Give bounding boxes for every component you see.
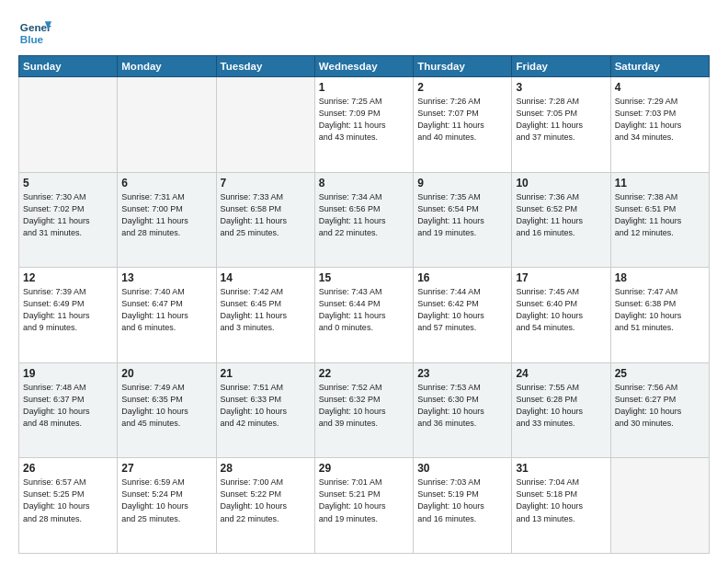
day-info: Sunrise: 7:48 AM Sunset: 6:37 PM Dayligh…	[23, 382, 113, 430]
calendar-cell: 29Sunrise: 7:01 AM Sunset: 5:21 PM Dayli…	[314, 458, 413, 554]
day-number: 30	[417, 462, 507, 475]
page: General Blue SundayMondayTuesdayWednesda…	[0, 0, 728, 563]
calendar-cell: 13Sunrise: 7:40 AM Sunset: 6:47 PM Dayli…	[118, 268, 216, 363]
day-info: Sunrise: 7:49 AM Sunset: 6:35 PM Dayligh…	[121, 382, 211, 430]
day-info: Sunrise: 7:53 AM Sunset: 6:30 PM Dayligh…	[417, 382, 507, 430]
calendar-cell: 15Sunrise: 7:43 AM Sunset: 6:44 PM Dayli…	[314, 268, 413, 363]
day-info: Sunrise: 7:29 AM Sunset: 7:03 PM Dayligh…	[615, 96, 705, 144]
weekday-header-sunday: Sunday	[19, 56, 118, 77]
day-number: 15	[319, 271, 409, 284]
day-number: 3	[516, 81, 606, 94]
day-number: 7	[221, 177, 311, 190]
weekday-header-row: SundayMondayTuesdayWednesdayThursdayFrid…	[19, 56, 710, 77]
calendar-cell	[118, 77, 216, 173]
day-info: Sunrise: 7:31 AM Sunset: 7:00 PM Dayligh…	[121, 191, 211, 239]
day-number: 10	[516, 177, 606, 190]
day-number: 18	[615, 271, 705, 284]
day-number: 9	[417, 177, 507, 190]
calendar-cell: 8Sunrise: 7:34 AM Sunset: 6:56 PM Daylig…	[314, 172, 413, 268]
day-info: Sunrise: 7:03 AM Sunset: 5:19 PM Dayligh…	[417, 477, 507, 524]
logo-icon: General Blue	[18, 15, 51, 48]
day-number: 22	[319, 367, 409, 380]
calendar-cell: 2Sunrise: 7:26 AM Sunset: 7:07 PM Daylig…	[414, 77, 512, 173]
weekday-header-thursday: Thursday	[414, 56, 512, 77]
calendar-cell: 25Sunrise: 7:56 AM Sunset: 6:27 PM Dayli…	[610, 362, 709, 458]
calendar-cell: 10Sunrise: 7:36 AM Sunset: 6:52 PM Dayli…	[512, 172, 610, 268]
day-info: Sunrise: 7:34 AM Sunset: 6:56 PM Dayligh…	[319, 191, 409, 239]
day-number: 23	[417, 367, 507, 380]
weekday-header-wednesday: Wednesday	[314, 56, 413, 77]
day-number: 6	[121, 177, 211, 190]
day-info: Sunrise: 7:55 AM Sunset: 6:28 PM Dayligh…	[516, 382, 606, 430]
weekday-header-friday: Friday	[512, 56, 610, 77]
calendar-cell: 1Sunrise: 7:25 AM Sunset: 7:09 PM Daylig…	[314, 77, 413, 173]
calendar-week-row: 19Sunrise: 7:48 AM Sunset: 6:37 PM Dayli…	[19, 362, 710, 458]
calendar-cell: 18Sunrise: 7:47 AM Sunset: 6:38 PM Dayli…	[610, 268, 709, 363]
day-number: 13	[121, 271, 211, 284]
calendar-cell: 20Sunrise: 7:49 AM Sunset: 6:35 PM Dayli…	[118, 362, 216, 458]
calendar-cell: 26Sunrise: 6:57 AM Sunset: 5:25 PM Dayli…	[19, 458, 118, 554]
day-number: 5	[23, 177, 113, 190]
day-number: 4	[615, 81, 705, 94]
calendar-cell: 12Sunrise: 7:39 AM Sunset: 6:49 PM Dayli…	[19, 268, 118, 363]
calendar-cell: 4Sunrise: 7:29 AM Sunset: 7:03 PM Daylig…	[610, 77, 709, 173]
day-number: 2	[417, 81, 507, 94]
day-info: Sunrise: 7:51 AM Sunset: 6:33 PM Dayligh…	[221, 382, 311, 430]
day-number: 24	[516, 367, 606, 380]
calendar-cell: 19Sunrise: 7:48 AM Sunset: 6:37 PM Dayli…	[19, 362, 118, 458]
header: General Blue	[18, 15, 710, 48]
calendar-cell: 5Sunrise: 7:30 AM Sunset: 7:02 PM Daylig…	[19, 172, 118, 268]
calendar-cell: 22Sunrise: 7:52 AM Sunset: 6:32 PM Dayli…	[314, 362, 413, 458]
day-number: 25	[615, 367, 705, 380]
calendar-cell: 27Sunrise: 6:59 AM Sunset: 5:24 PM Dayli…	[118, 458, 216, 554]
calendar-table: SundayMondayTuesdayWednesdayThursdayFrid…	[18, 55, 710, 554]
calendar-cell: 14Sunrise: 7:42 AM Sunset: 6:45 PM Dayli…	[216, 268, 314, 363]
calendar-cell: 24Sunrise: 7:55 AM Sunset: 6:28 PM Dayli…	[512, 362, 610, 458]
weekday-header-saturday: Saturday	[610, 56, 709, 77]
calendar-week-row: 1Sunrise: 7:25 AM Sunset: 7:09 PM Daylig…	[19, 77, 710, 173]
day-info: Sunrise: 7:40 AM Sunset: 6:47 PM Dayligh…	[121, 286, 211, 334]
day-info: Sunrise: 7:35 AM Sunset: 6:54 PM Dayligh…	[417, 191, 507, 239]
calendar-cell: 23Sunrise: 7:53 AM Sunset: 6:30 PM Dayli…	[414, 362, 512, 458]
day-info: Sunrise: 7:44 AM Sunset: 6:42 PM Dayligh…	[417, 286, 507, 334]
day-info: Sunrise: 7:26 AM Sunset: 7:07 PM Dayligh…	[417, 96, 507, 144]
day-number: 17	[516, 271, 606, 284]
day-info: Sunrise: 6:57 AM Sunset: 5:25 PM Dayligh…	[23, 477, 113, 524]
day-info: Sunrise: 7:01 AM Sunset: 5:21 PM Dayligh…	[319, 477, 409, 524]
day-number: 26	[23, 462, 113, 475]
calendar-cell: 9Sunrise: 7:35 AM Sunset: 6:54 PM Daylig…	[414, 172, 512, 268]
calendar-cell	[19, 77, 118, 173]
svg-text:Blue: Blue	[20, 33, 44, 45]
calendar-cell: 7Sunrise: 7:33 AM Sunset: 6:58 PM Daylig…	[216, 172, 314, 268]
day-number: 20	[121, 367, 211, 380]
calendar-week-row: 12Sunrise: 7:39 AM Sunset: 6:49 PM Dayli…	[19, 268, 710, 363]
calendar-cell: 11Sunrise: 7:38 AM Sunset: 6:51 PM Dayli…	[610, 172, 709, 268]
day-info: Sunrise: 6:59 AM Sunset: 5:24 PM Dayligh…	[121, 477, 211, 524]
day-info: Sunrise: 7:30 AM Sunset: 7:02 PM Dayligh…	[23, 191, 113, 239]
day-number: 12	[23, 271, 113, 284]
calendar-cell: 30Sunrise: 7:03 AM Sunset: 5:19 PM Dayli…	[414, 458, 512, 554]
logo: General Blue	[18, 15, 55, 48]
day-info: Sunrise: 7:04 AM Sunset: 5:18 PM Dayligh…	[516, 477, 606, 524]
day-number: 14	[221, 271, 311, 284]
calendar-cell: 17Sunrise: 7:45 AM Sunset: 6:40 PM Dayli…	[512, 268, 610, 363]
calendar-week-row: 5Sunrise: 7:30 AM Sunset: 7:02 PM Daylig…	[19, 172, 710, 268]
day-info: Sunrise: 7:28 AM Sunset: 7:05 PM Dayligh…	[516, 96, 606, 144]
day-number: 21	[221, 367, 311, 380]
calendar-cell: 6Sunrise: 7:31 AM Sunset: 7:00 PM Daylig…	[118, 172, 216, 268]
day-number: 29	[319, 462, 409, 475]
day-info: Sunrise: 7:25 AM Sunset: 7:09 PM Dayligh…	[319, 96, 409, 144]
day-info: Sunrise: 7:47 AM Sunset: 6:38 PM Dayligh…	[615, 286, 705, 334]
day-info: Sunrise: 7:42 AM Sunset: 6:45 PM Dayligh…	[221, 286, 311, 334]
day-number: 16	[417, 271, 507, 284]
calendar-cell: 28Sunrise: 7:00 AM Sunset: 5:22 PM Dayli…	[216, 458, 314, 554]
calendar-cell	[610, 458, 709, 554]
weekday-header-monday: Monday	[118, 56, 216, 77]
day-info: Sunrise: 7:45 AM Sunset: 6:40 PM Dayligh…	[516, 286, 606, 334]
day-info: Sunrise: 7:56 AM Sunset: 6:27 PM Dayligh…	[615, 382, 705, 430]
day-number: 19	[23, 367, 113, 380]
day-info: Sunrise: 7:36 AM Sunset: 6:52 PM Dayligh…	[516, 191, 606, 239]
calendar-week-row: 26Sunrise: 6:57 AM Sunset: 5:25 PM Dayli…	[19, 458, 710, 554]
day-info: Sunrise: 7:43 AM Sunset: 6:44 PM Dayligh…	[319, 286, 409, 334]
day-number: 8	[319, 177, 409, 190]
